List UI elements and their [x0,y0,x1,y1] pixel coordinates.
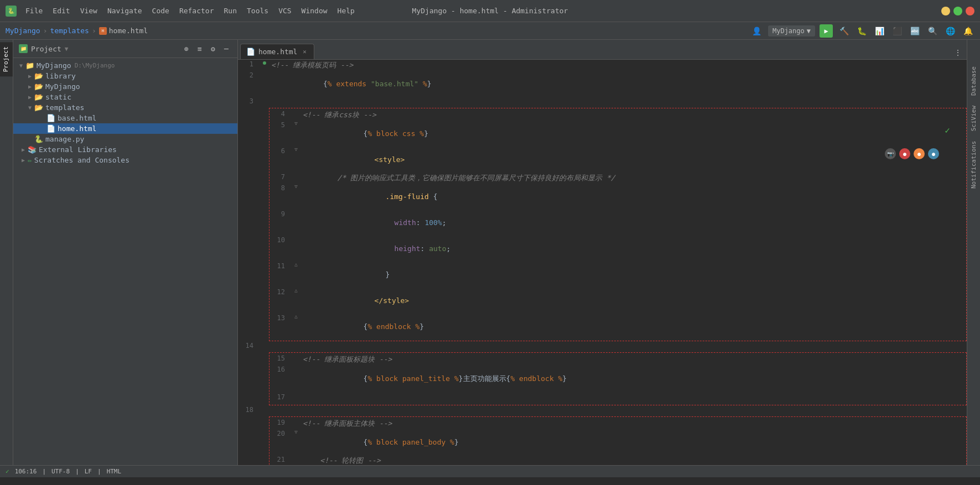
color-tool-2[interactable]: ● [899,148,910,159]
status-separator-3: | [97,468,101,475]
code-line-6: 6 ▽ <style> [269,147,966,173]
tree-item-base-html[interactable]: ▶ 📄 base.html [13,113,237,123]
sidebar-header: 📁 Project ▼ ⊕ ≡ ⚙ ─ [13,40,237,58]
sidebar-dropdown-arrow[interactable]: ▼ [65,45,69,53]
tree-label-scratches: Scratches and Consoles [34,156,129,164]
code-line-4: 4 <!-- 继承css块 --> [269,109,966,121]
sidebar-project-icon: 📁 [19,44,28,53]
code-line-14: 14 [238,341,967,352]
color-tool-4[interactable]: ● [928,148,939,159]
minimize-button[interactable]: ─ [941,7,950,15]
tab-bar: 📄 home.html ✕ ⋮ [238,40,967,60]
line-gutter-8: ▽ [292,184,300,189]
tree-item-templates[interactable]: ▼ 📂 templates [13,102,237,113]
line-content-3 [269,97,967,98]
close-button[interactable]: ✕ [966,7,974,15]
tree-item-manage-py[interactable]: ▶ 🐍 manage.py [13,134,237,144]
debug-icon[interactable]: 🐛 [855,24,868,38]
editor-settings-icon[interactable]: ⋮ [951,46,965,59]
sidebar-collapse-all-icon[interactable]: ≡ [194,43,205,54]
fold-11[interactable]: △ [294,262,297,267]
sidebar: 📁 Project ▼ ⊕ ≡ ⚙ ─ ▼ 📁 MyDjango D:\MyD [13,40,238,465]
build-icon[interactable]: 🔨 [837,24,851,38]
run-button[interactable]: ▶ [820,24,833,38]
sidebar-title-label: Project [31,45,61,53]
tree-arrow-static: ▶ [25,94,34,100]
menu-tools[interactable]: Tools [242,4,273,17]
breadcrumb-project[interactable]: MyDjango [6,27,40,35]
fold-6[interactable]: ▽ [294,147,297,152]
menu-edit[interactable]: Edit [48,4,74,17]
templates-folder-icon: 📂 [34,103,43,112]
line-content-2: {% extends "base.html" %} [269,71,967,97]
menu-refactor[interactable]: Refactor [175,4,219,17]
status-filetype: HTML [107,468,122,475]
tab-close-button[interactable]: ✕ [300,48,308,56]
sciview-tab[interactable]: SciView [968,101,979,135]
line-content-10: height: auto; [300,236,966,262]
menu-file[interactable]: File [21,4,47,17]
menu-window[interactable]: Window [297,4,332,17]
menu-view[interactable]: View [76,4,102,17]
code-editor[interactable]: ✓ 📷 ● ● ● 1 <!-- 继承模板页码 --> [238,60,967,465]
app-icon: 🐍 [6,6,17,17]
coverage-icon[interactable]: 📊 [873,24,886,38]
line-content-21: <!-- 轮转图 --> [300,455,966,465]
settings-globe-icon[interactable]: 🌐 [943,24,957,38]
notification-icon[interactable]: 🔔 [961,24,974,38]
database-tab[interactable]: Database [968,62,979,100]
editor-tab-home-html[interactable]: 📄 home.html ✕ [240,44,314,59]
tree-item-library[interactable]: ▶ 📂 library [13,71,237,81]
sidebar-minimize-icon[interactable]: ─ [221,43,232,54]
tree-label-home-html: home.html [58,124,96,133]
sidebar-actions: ⊕ ≡ ⚙ ─ [181,43,232,54]
menu-navigate[interactable]: Navigate [103,4,147,17]
run-config-arrow: ▼ [807,27,811,35]
menu-run[interactable]: Run [220,4,241,17]
mydjango-folder-icon: 📂 [34,82,43,91]
svg-point-0 [263,61,266,65]
maximize-button[interactable]: □ [953,7,962,15]
color-tool-1[interactable]: 📷 [885,148,896,159]
translate-icon[interactable]: 🔤 [908,24,921,38]
line-content-9: width: 100%; [300,210,966,236]
far-right-panel: Database SciView Notifications [967,40,980,465]
tree-root-path: D:\MyDjango [75,62,115,69]
line-gutter-20: ▽ [292,429,300,435]
fold-12[interactable]: △ [294,288,297,293]
search-icon[interactable]: 🔍 [926,24,939,38]
line-num-3: 3 [238,97,260,105]
line-num-10: 10 [269,236,292,244]
line-num-5: 5 [269,121,292,129]
fold-5[interactable]: ▽ [294,121,297,126]
stop-icon[interactable]: ⬛ [890,24,904,38]
code-line-9: 9 width: 100%; [269,210,966,236]
tree-label-library: library [45,72,76,80]
sidebar-gear-icon[interactable]: ⚙ [208,43,219,54]
menu-code[interactable]: Code [148,4,174,17]
static-folder-icon: 📂 [34,93,43,101]
run-config-selector[interactable]: MyDjango ▼ [768,25,815,36]
tree-label-templates: templates [45,103,84,112]
notifications-tab[interactable]: Notifications [968,137,979,193]
fold-8[interactable]: ▽ [294,184,297,189]
line-num-20: 20 [269,429,292,437]
tree-item-static[interactable]: ▶ 📂 static [13,92,237,102]
line-num-17: 17 [269,393,292,401]
project-panel-label[interactable]: Project [0,42,13,76]
profile-icon[interactable]: 👤 [750,24,764,38]
tree-item-mydjango[interactable]: ▶ 📂 MyDjango [13,81,237,92]
tree-item-home-html[interactable]: ▶ 📄 home.html [13,123,237,134]
menu-vcs[interactable]: VCS [274,4,295,17]
tree-item-external-libs[interactable]: ▶ 📚 External Libraries [13,144,237,155]
breadcrumb-templates[interactable]: templates [50,27,89,35]
tree-item-root[interactable]: ▼ 📁 MyDjango D:\MyDjango [13,60,237,71]
sidebar-scope-icon[interactable]: ⊕ [181,43,192,54]
breadcrumb-sep-2: › [92,27,96,35]
tree-item-scratches[interactable]: ▶ ✏ Scratches and Consoles [13,155,237,165]
fold-13[interactable]: △ [294,314,297,319]
main-layout: Project 📁 Project ▼ ⊕ ≡ ⚙ ─ ▼ [0,40,980,465]
menu-help[interactable]: Help [333,4,359,17]
fold-20[interactable]: ▽ [294,429,297,435]
color-tool-3[interactable]: ● [914,148,925,159]
